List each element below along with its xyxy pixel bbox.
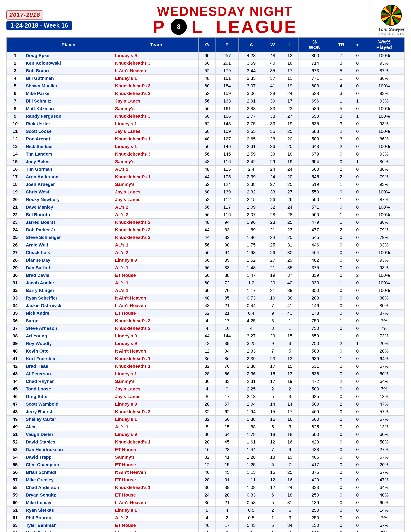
- cell-stat: 56: [198, 105, 216, 112]
- cell-stat: 3.06: [238, 90, 264, 97]
- cell-stat: 52: [198, 180, 216, 188]
- cell-stat: .429: [299, 476, 331, 484]
- cell-player: Kevin Otto: [24, 347, 114, 355]
- cell-player: Barry Klinger: [24, 287, 114, 294]
- cell-stat: 29: [281, 256, 299, 264]
- cell-stat: 0: [331, 203, 351, 211]
- cell-stat: 87%: [364, 196, 405, 203]
- cell-player: Ryan Scheffler: [24, 294, 114, 302]
- cell-stat: .469: [299, 408, 331, 416]
- page-header: 2017-2018 1-24-2018 - Week 16 WEDNESDAY …: [6, 5, 405, 36]
- cell-stat: 159: [216, 127, 238, 135]
- cell-stat: 86%: [364, 75, 405, 82]
- cell-stat: 28: [281, 211, 299, 218]
- cell-stat: 2.65: [238, 135, 264, 143]
- cell-stat: 0: [264, 529, 281, 532]
- cell-stat: 0: [331, 362, 351, 370]
- cell-stat: .477: [299, 226, 331, 234]
- cell-stat: 100%: [364, 287, 405, 294]
- cell-stat: 1.44: [238, 446, 264, 453]
- cell-rank: 34: [7, 302, 24, 309]
- cell-player: David Trapp: [24, 453, 114, 461]
- cell-stat: .659: [299, 332, 331, 340]
- eight-ball-icon: 8: [171, 19, 187, 35]
- cell-stat: 12: [264, 484, 281, 491]
- cell-stat: 161: [216, 75, 238, 82]
- cell-stat: 0: [331, 347, 351, 355]
- cell-player: Scott Loose: [24, 127, 114, 135]
- cell-stat: 56: [198, 143, 216, 150]
- col-a-header: A: [238, 38, 264, 52]
- cell-stat: 18: [281, 491, 299, 499]
- cell-stat: 60%: [364, 499, 405, 506]
- cell-stat: 2.09: [238, 203, 264, 211]
- cell-stat: 0.73: [238, 294, 264, 302]
- cell-stat: 0: [331, 476, 351, 484]
- cell-stat: 1: [331, 180, 351, 188]
- cell-stat: 0: [351, 378, 364, 385]
- cell-stat: 0: [351, 90, 364, 97]
- cell-stat: .545: [299, 173, 331, 180]
- cell-stat: 4: [198, 385, 216, 393]
- cell-stat: 8: [198, 506, 216, 514]
- cell-stat: 27: [264, 256, 281, 264]
- cell-player: Arnie Wulf: [24, 241, 114, 249]
- cell-player: Mike Greeley: [24, 476, 114, 484]
- cell-stat: 64: [216, 431, 238, 438]
- cell-stat: 0: [351, 476, 364, 484]
- cell-stat: 20: [281, 135, 299, 143]
- cell-stat: 116: [216, 211, 238, 218]
- cell-stat: 0: [351, 59, 364, 67]
- cell-rank: 28: [7, 256, 24, 264]
- cell-stat: 1: [331, 211, 351, 218]
- cell-stat: .550: [299, 188, 331, 196]
- cell-stat: 44: [198, 226, 216, 234]
- cell-rank: 7: [7, 97, 24, 105]
- cell-stat: 35: [281, 264, 299, 272]
- cell-stat: 1.52: [238, 256, 264, 264]
- cell-stat: 34: [281, 522, 299, 529]
- cell-stat: 0: [331, 158, 351, 165]
- cell-stat: 17: [216, 393, 238, 400]
- cell-stat: 0: [351, 226, 364, 234]
- cell-stat: .625: [299, 423, 331, 431]
- cell-stat: 7: [264, 446, 281, 453]
- cell-stat: .500: [299, 196, 331, 203]
- col-g-header: G: [198, 38, 216, 52]
- dartboard-icon: [381, 5, 402, 26]
- cell-stat: 79%: [364, 234, 405, 241]
- cell-player: Matt Kitzman: [24, 105, 114, 112]
- cell-stat: 1: [331, 279, 351, 287]
- cell-stat: 17: [281, 97, 299, 105]
- cell-stat: 145: [216, 150, 238, 158]
- table-row: 55Clint ChampionET House12151.2557.41700…: [7, 461, 405, 468]
- cell-stat: 32: [198, 362, 216, 370]
- cell-team: Knucklehead's 2: [114, 324, 198, 332]
- cell-stat: 0: [351, 196, 364, 203]
- cell-stat: 2: [331, 400, 351, 408]
- cell-stat: 0.4: [238, 309, 264, 317]
- cell-stat: 2.39: [238, 355, 264, 362]
- cell-stat: .604: [299, 158, 331, 165]
- cell-stat: 1: [281, 317, 299, 324]
- cell-stat: 60: [198, 127, 216, 135]
- cell-stat: 2.59: [238, 150, 264, 158]
- cell-player: Chad Rhyner: [24, 378, 114, 385]
- cell-stat: 34: [216, 347, 238, 355]
- cell-stat: 76: [216, 362, 238, 370]
- cell-stat: 25: [281, 468, 299, 476]
- cell-player: Bob Parker Jr.: [24, 226, 114, 234]
- cell-team: AL's 1: [114, 287, 198, 294]
- cell-stat: 24: [281, 165, 299, 173]
- cell-stat: 50%: [364, 370, 405, 378]
- cell-stat: 19: [281, 82, 299, 90]
- table-row: 61Ryan SiefkasLindey's 1840.526.2500014%: [7, 506, 405, 514]
- cell-stat: 5: [264, 499, 281, 506]
- cell-stat: 56: [198, 150, 216, 158]
- cell-stat: 6: [264, 491, 281, 499]
- cell-stat: 36: [198, 484, 216, 491]
- cell-stat: 0: [351, 416, 364, 423]
- cell-stat: 16: [281, 416, 299, 423]
- cell-stat: 16: [198, 446, 216, 453]
- cell-rank: 18: [7, 180, 24, 188]
